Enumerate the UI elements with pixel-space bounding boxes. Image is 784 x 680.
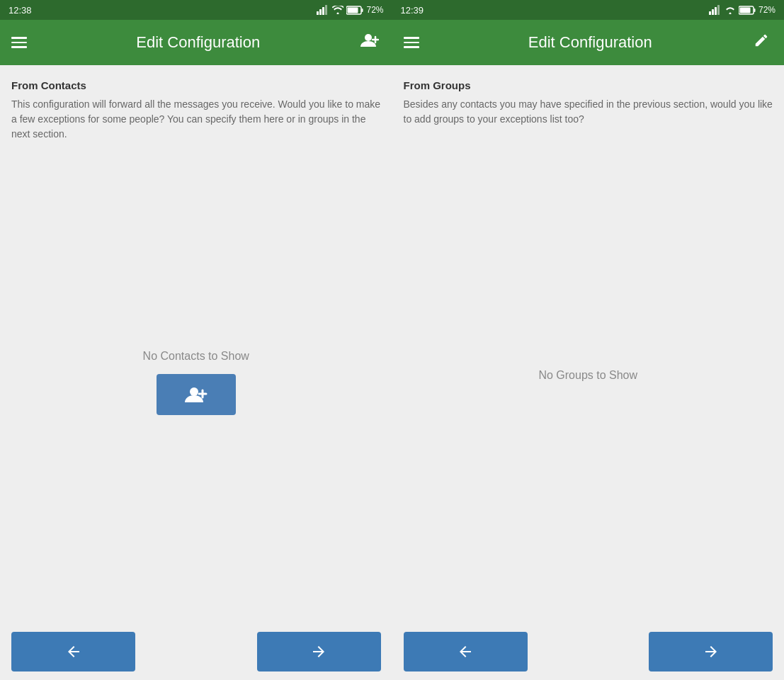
svg-rect-1 [319, 9, 322, 15]
section-title-2: From Groups [404, 79, 773, 91]
add-person-icon [360, 33, 379, 48]
battery-icon-2 [739, 6, 756, 15]
svg-rect-3 [325, 5, 327, 15]
section-description-1: This configuration will forward all the … [11, 97, 381, 142]
empty-state-text-2: No Groups to Show [538, 369, 637, 382]
svg-rect-2 [322, 7, 324, 15]
section-title-1: From Contacts [11, 79, 381, 91]
status-icons-2: 72% [709, 5, 776, 15]
pencil-icon [754, 33, 769, 48]
content-area-1: From Contacts This configuration will fo… [0, 65, 392, 623]
wifi-icon-2 [725, 6, 736, 14]
app-bar-title-2: Edit Configuration [431, 33, 751, 52]
status-bar-2: 12:39 72% [392, 0, 785, 20]
svg-rect-16 [717, 5, 720, 15]
status-time-1: 12:38 [8, 5, 32, 16]
bottom-nav-1 [0, 623, 392, 680]
add-contact-btn-icon [185, 385, 208, 404]
content-area-2: From Groups Besides any contacts you may… [392, 65, 785, 623]
hamburger-icon-2[interactable] [404, 37, 419, 48]
add-person-button[interactable] [358, 33, 381, 52]
signal-icon [317, 5, 329, 15]
screen-2: 12:39 72% Edit C [392, 0, 785, 680]
svg-rect-0 [317, 11, 319, 15]
forward-button-1[interactable] [257, 632, 381, 672]
battery-percent-2: 72% [759, 5, 776, 15]
forward-arrow-icon-1 [310, 643, 327, 660]
status-time-2: 12:39 [401, 5, 424, 16]
svg-rect-5 [362, 8, 363, 12]
svg-rect-6 [348, 7, 358, 13]
battery-icon [346, 6, 363, 15]
svg-rect-19 [739, 7, 750, 13]
empty-state-text-1: No Contacts to Show [143, 350, 249, 363]
signal-icon-2 [709, 5, 722, 15]
app-bar-2: Edit Configuration [392, 20, 785, 65]
svg-rect-14 [712, 9, 714, 15]
forward-button-2[interactable] [649, 632, 773, 672]
svg-point-10 [190, 387, 198, 396]
edit-button[interactable] [750, 33, 773, 52]
bottom-nav-2 [392, 623, 785, 680]
add-contact-button[interactable] [157, 374, 236, 415]
back-arrow-icon-2 [457, 643, 474, 660]
screen-1: 12:38 72% [0, 0, 392, 680]
status-icons-1: 72% [317, 5, 383, 15]
svg-rect-18 [754, 8, 755, 12]
section-description-2: Besides any contacts you may have specif… [404, 97, 773, 127]
app-bar-title-1: Edit Configuration [38, 33, 358, 52]
empty-state-2: No Groups to Show [404, 127, 773, 623]
back-button-2[interactable] [404, 632, 528, 672]
forward-arrow-icon-2 [703, 643, 720, 660]
back-arrow-icon-1 [65, 643, 82, 660]
back-button-1[interactable] [11, 632, 135, 672]
svg-rect-13 [709, 11, 711, 15]
empty-state-1: No Contacts to Show [11, 142, 381, 623]
svg-rect-15 [715, 7, 717, 15]
status-bar-1: 12:38 72% [0, 0, 392, 20]
battery-percent-1: 72% [366, 5, 383, 15]
wifi-icon [332, 6, 343, 14]
svg-point-7 [365, 34, 372, 41]
app-bar-1: Edit Configuration [0, 20, 392, 65]
hamburger-icon-1[interactable] [11, 37, 27, 48]
